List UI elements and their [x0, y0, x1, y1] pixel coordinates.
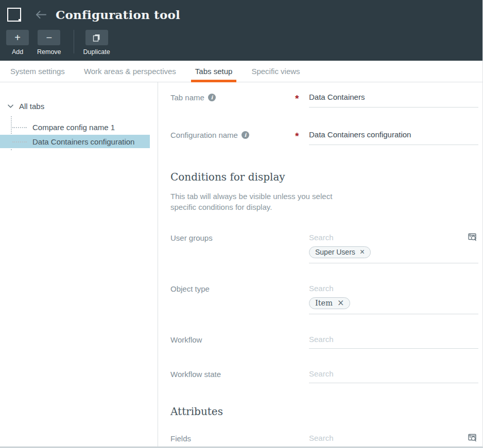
- add-button-label: Add: [12, 48, 23, 56]
- search-placeholder: Search: [309, 233, 478, 242]
- configuration-tool-window: Configuration tool + Add − Remove: [0, 0, 483, 448]
- add-tool: + Add: [6, 30, 29, 56]
- chevron-down-icon[interactable]: [8, 104, 13, 108]
- object-type-label: Object type: [170, 284, 295, 293]
- user-groups-row: User groups Search: [170, 233, 478, 263]
- tab-tabs-setup[interactable]: Tabs setup: [195, 61, 233, 82]
- browse-search-icon[interactable]: [468, 434, 477, 442]
- configuration-name-label: Configuration name: [170, 131, 238, 139]
- chip-item[interactable]: Item ×: [309, 297, 350, 309]
- user-groups-search-field[interactable]: Search Super Users ×: [309, 233, 478, 263]
- chip-super-users[interactable]: Super Users ×: [309, 246, 371, 258]
- chip-label: Super Users: [315, 248, 355, 256]
- remove-button[interactable]: −: [38, 30, 60, 45]
- workflow-state-search-field[interactable]: Search: [309, 369, 478, 383]
- tab-name-label: Tab name: [170, 93, 204, 102]
- tab-work-areas-perspectives[interactable]: Work areas & perspectives: [84, 61, 176, 82]
- conditions-description-line1: This tab will always be visible unless y…: [170, 191, 478, 202]
- workflow-label: Workflow: [170, 335, 295, 344]
- workflow-row: Workflow Search: [170, 335, 478, 349]
- tabs-tree-sidebar: All tabs Compare config name 1 Data Cont…: [0, 82, 158, 446]
- search-placeholder: Search: [309, 369, 478, 378]
- tab-name-label-group: Tab name i: [170, 93, 295, 102]
- conditions-description-line2: specific conditions for display.: [170, 202, 478, 212]
- chip-label: Item: [315, 299, 333, 307]
- title-row: Configuration tool: [0, 0, 482, 26]
- tab-setup-form: Tab name i * Data Containers Configurati…: [158, 82, 482, 446]
- tree-children: Compare config name 1 Data Containers co…: [0, 120, 158, 148]
- tree-item-compare-config[interactable]: Compare config name 1: [0, 120, 158, 134]
- conditions-heading: Conditions for display: [170, 171, 478, 183]
- back-arrow-icon[interactable]: [35, 10, 47, 19]
- configuration-name-row: Configuration name i * Data Containers c…: [170, 130, 478, 145]
- search-placeholder: Search: [309, 284, 478, 293]
- app-header: Configuration tool + Add − Remove: [0, 0, 482, 61]
- object-type-row: Object type Search Item ×: [170, 284, 478, 314]
- tab-name-input[interactable]: Data Containers: [309, 93, 478, 107]
- duplicate-button-label: Duplicate: [83, 48, 110, 56]
- minus-icon: −: [46, 32, 52, 43]
- duplicate-tool: Duplicate: [83, 30, 110, 56]
- info-icon[interactable]: i: [208, 94, 216, 101]
- search-placeholder: Search: [309, 434, 478, 442]
- fields-label: Fields: [170, 434, 295, 443]
- fields-search-field[interactable]: Search Data Containers ×: [309, 434, 478, 446]
- tab-system-settings[interactable]: System settings: [10, 61, 65, 82]
- duplicate-icon: [93, 34, 100, 42]
- workflow-search-field[interactable]: Search: [309, 335, 478, 349]
- info-icon[interactable]: i: [242, 131, 249, 139]
- conditions-description: This tab will always be visible unless y…: [170, 191, 478, 212]
- tree-node-all-tabs[interactable]: All tabs: [0, 100, 158, 112]
- toolbar: + Add − Remove: [0, 26, 482, 56]
- app-logo-icon: [7, 8, 21, 22]
- tab-name-row: Tab name i * Data Containers: [170, 93, 478, 107]
- browse-search-icon[interactable]: [468, 233, 477, 242]
- tree-item-data-containers-configuration[interactable]: Data Containers configuration: [0, 135, 150, 148]
- configuration-name-label-group: Configuration name i: [170, 130, 295, 139]
- required-asterisk: *: [295, 93, 309, 103]
- toolbar-divider: [74, 30, 74, 53]
- fields-row: Fields Search: [170, 434, 478, 446]
- tree-root-label: All tabs: [19, 102, 44, 111]
- close-icon[interactable]: ×: [337, 299, 344, 307]
- content-area: All tabs Compare config name 1 Data Cont…: [0, 82, 482, 446]
- add-button[interactable]: +: [6, 30, 29, 45]
- plus-icon: +: [14, 32, 21, 43]
- tab-specific-views[interactable]: Specific views: [251, 61, 300, 82]
- object-type-search-field[interactable]: Search Item ×: [309, 284, 478, 314]
- workflow-state-row: Workflow state Search: [170, 369, 478, 383]
- attributes-heading: Attributes: [170, 405, 478, 418]
- user-groups-label: User groups: [170, 233, 295, 242]
- tab-bar: System settings Work areas & perspective…: [0, 61, 482, 82]
- search-placeholder: Search: [309, 335, 478, 344]
- required-asterisk: *: [295, 130, 309, 141]
- remove-button-label: Remove: [37, 48, 61, 56]
- configuration-name-input[interactable]: Data Containers configuration: [309, 130, 478, 145]
- remove-tool: − Remove: [37, 30, 61, 56]
- close-icon[interactable]: ×: [360, 248, 365, 256]
- workflow-state-label: Workflow state: [170, 369, 295, 379]
- page-title: Configuration tool: [56, 8, 180, 22]
- duplicate-button[interactable]: [85, 30, 108, 45]
